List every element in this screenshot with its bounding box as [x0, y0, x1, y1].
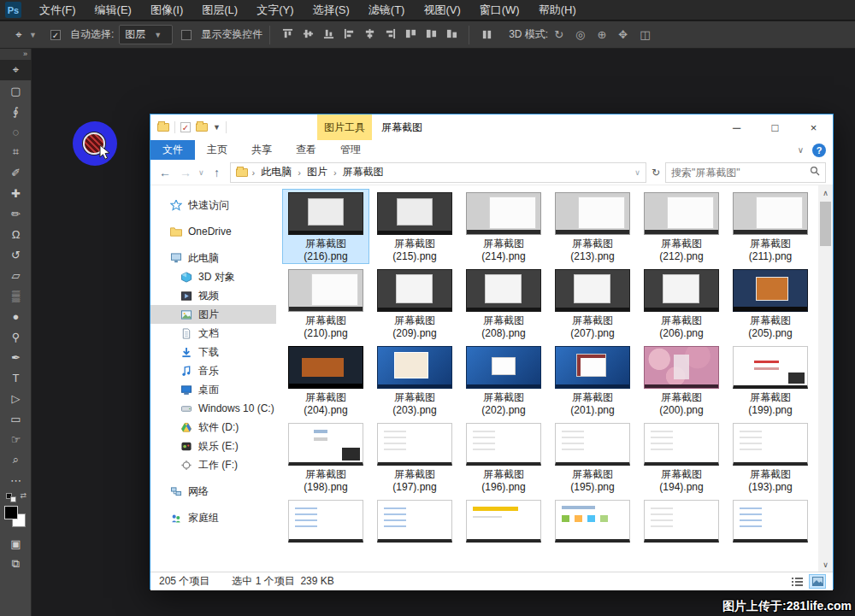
vertical-scrollbar[interactable]: ∧ ∨ [818, 185, 833, 572]
file-item[interactable]: 屏幕截图(212).png [639, 190, 724, 263]
details-view-button[interactable] [788, 574, 805, 589]
maximize-button[interactable]: □ [756, 114, 794, 140]
sidebar-item-文档[interactable]: 文档 [150, 324, 276, 343]
brush-tool-icon[interactable]: ✏ [0, 203, 32, 224]
file-item[interactable]: 屏幕截图(213).png [550, 190, 635, 263]
slide-3d-icon[interactable]: ✥ [618, 28, 628, 41]
pen-tool-icon[interactable]: ✒ [0, 347, 32, 367]
sidebar-item-3D 对象[interactable]: 3D 对象 [150, 267, 276, 286]
ribbon-collapse-chevron-icon[interactable]: ∨ [798, 145, 804, 155]
gradient-tool-icon[interactable]: ▒ [0, 285, 32, 306]
file-item[interactable]: 屏幕截图(211).png [728, 190, 813, 263]
sidebar-item-音乐[interactable]: 音乐 [150, 361, 276, 380]
scroll-up-arrow-icon[interactable]: ∧ [818, 185, 833, 200]
file-item[interactable]: 屏幕截图(195).png [550, 420, 635, 494]
pan-3d-icon[interactable]: ⊕ [597, 28, 606, 41]
file-item[interactable] [728, 497, 813, 571]
align-top-icon[interactable] [280, 27, 295, 41]
quick-mask-button-icon[interactable]: ▣ [0, 533, 32, 554]
file-item[interactable]: 屏幕截图(205).png [728, 267, 813, 340]
align-right-icon[interactable] [382, 27, 398, 41]
camera-3d-icon[interactable]: ◫ [640, 28, 650, 41]
auto-select-checkbox[interactable]: ✓ [50, 30, 61, 40]
file-item[interactable] [372, 497, 457, 571]
close-button[interactable]: × [794, 114, 833, 140]
roll-3d-icon[interactable]: ◎ [575, 28, 585, 41]
quick-selection-tool-icon[interactable]: ◌ [0, 121, 32, 142]
file-item[interactable] [550, 497, 635, 571]
history-chevron-icon[interactable]: ∨ [198, 168, 204, 177]
scrollbar-thumb[interactable] [820, 202, 831, 246]
file-item[interactable]: 屏幕截图(215).png [372, 190, 457, 263]
file-item[interactable]: 屏幕截图(208).png [461, 267, 546, 340]
path-selection-tool-icon[interactable]: ▷ [0, 388, 32, 408]
tab-主页[interactable]: 主页 [195, 140, 239, 160]
file-item[interactable]: 屏幕截图(203).png [372, 343, 457, 417]
file-item[interactable]: 屏幕截图(207).png [550, 267, 635, 340]
align-bottom-icon[interactable] [321, 27, 336, 41]
sidebar-item-OneDrive[interactable]: OneDrive [150, 222, 276, 241]
file-item[interactable]: 屏幕截图(193).png [728, 420, 813, 494]
orbit-3d-icon[interactable]: ↻ [554, 28, 563, 41]
address-chevron-icon[interactable]: ∨ [634, 168, 640, 177]
distribute-vcenter-icon[interactable] [423, 27, 439, 41]
breadcrumb-item[interactable]: 此电脑 [259, 165, 293, 179]
auto-select-dropdown[interactable]: 图层 ▼ [119, 25, 173, 44]
search-box[interactable] [665, 162, 826, 183]
menu-item[interactable]: 窗口(W) [470, 0, 529, 21]
file-item[interactable]: 屏幕截图(196).png [461, 420, 546, 494]
tab-文件[interactable]: 文件 [150, 140, 195, 160]
align-left-icon[interactable] [341, 27, 357, 41]
title-bar[interactable]: ✓ ▼ 图片工具 屏幕截图 ─ □ × [150, 114, 833, 140]
folder-icon[interactable] [157, 123, 169, 132]
sidebar-item-视频[interactable]: 视频 [150, 286, 276, 305]
menu-item[interactable]: 滤镜(T) [359, 0, 415, 21]
marquee-tool-icon[interactable]: ▢ [0, 80, 32, 101]
file-item[interactable]: 屏幕截图(202).png [461, 343, 546, 417]
chevron-down-icon[interactable]: ▼ [213, 123, 221, 132]
move-tool-icon[interactable]: ⌖ [0, 60, 32, 80]
file-item[interactable]: 屏幕截图(204).png [283, 343, 369, 417]
thumbnail-view-button[interactable] [809, 574, 826, 589]
menu-item[interactable]: 文字(Y) [247, 0, 303, 21]
show-transform-checkbox[interactable]: ✓ [181, 30, 192, 40]
help-button[interactable]: ? [812, 144, 826, 157]
forward-button[interactable]: → [178, 166, 193, 179]
sidebar-item-家庭组[interactable]: 家庭组 [150, 508, 276, 527]
file-item[interactable]: 屏幕截图(216).png [283, 190, 369, 263]
screen-mode-button-icon[interactable]: ⧉ [0, 554, 32, 574]
file-item[interactable]: 屏幕截图(199).png [728, 343, 813, 417]
menu-item[interactable]: 图像(I) [141, 0, 192, 21]
align-hcenter-icon[interactable] [362, 27, 377, 41]
up-button[interactable]: ↑ [209, 166, 225, 179]
eyedropper-tool-icon[interactable]: ✐ [0, 162, 32, 183]
file-item[interactable]: 屏幕截图(198).png [283, 420, 369, 494]
search-icon[interactable] [810, 166, 825, 179]
file-item[interactable]: 屏幕截图(200).png [639, 343, 724, 417]
breadcrumb-item[interactable]: 屏幕截图 [341, 165, 386, 179]
search-input[interactable] [666, 167, 810, 179]
sidebar-item-Windows 10 (C:)[interactable]: Windows 10 (C:) [150, 399, 276, 418]
shape-tool-icon[interactable]: ▭ [0, 408, 32, 429]
distribute-icon[interactable] [479, 28, 494, 42]
blur-tool-icon[interactable]: ● [0, 306, 32, 326]
breadcrumb[interactable]: ›此电脑›图片›屏幕截图 ∨ [230, 162, 646, 183]
sidebar-item-图片[interactable]: 图片 [150, 305, 276, 324]
sidebar-item-网络[interactable]: 网络 [150, 482, 276, 501]
sidebar-item-此电脑[interactable]: 此电脑 [150, 249, 276, 267]
refresh-icon[interactable]: ↻ [652, 167, 660, 179]
hand-tool-icon[interactable]: ☞ [0, 429, 32, 449]
chevron-down-icon[interactable]: ▼ [29, 31, 37, 39]
clone-stamp-tool-icon[interactable]: Ω [0, 224, 32, 244]
menu-item[interactable]: 视图(V) [414, 0, 469, 21]
foreground-background-colors[interactable] [0, 504, 32, 533]
breadcrumb-item[interactable]: 图片 [305, 165, 329, 179]
picture-tools-context-tab[interactable]: 图片工具 [317, 114, 372, 140]
distribute-bottom-icon[interactable] [444, 27, 459, 41]
lasso-tool-icon[interactable]: ∮ [0, 101, 32, 121]
distribute-top-icon[interactable] [403, 27, 418, 41]
menu-item[interactable]: 帮助(H) [529, 0, 586, 21]
file-item[interactable]: 屏幕截图(197).png [372, 420, 457, 494]
file-item[interactable]: 屏幕截图(201).png [550, 343, 635, 417]
file-item[interactable] [461, 497, 546, 571]
